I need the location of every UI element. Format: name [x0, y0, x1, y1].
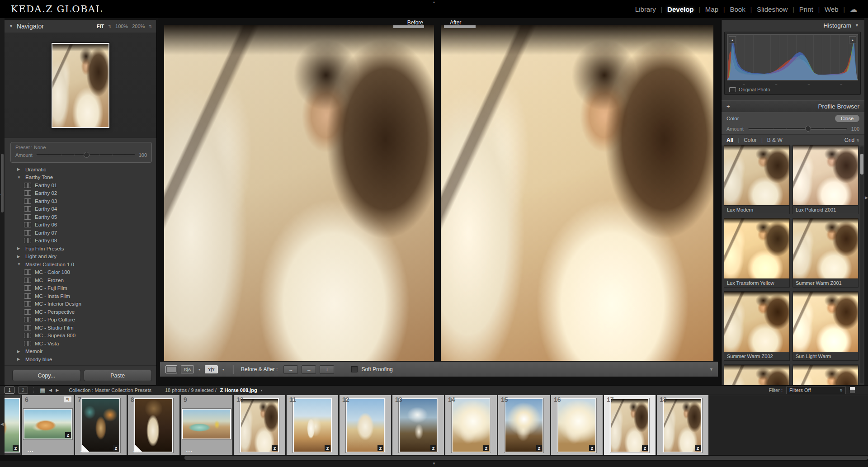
filmstrip-thumb-14[interactable]: 14Z	[445, 395, 497, 455]
module-print[interactable]: Print	[799, 5, 813, 13]
preset-earthy-04[interactable]: Earthy 04	[17, 205, 156, 213]
grid-view-selector[interactable]: Grid ⇅	[844, 137, 859, 143]
right-panel-edge[interactable]: ▶	[864, 18, 868, 385]
profile-browser-header[interactable]: + Profile Browser	[722, 100, 864, 112]
preset-mc-insta-film[interactable]: MC - Insta Film	[17, 292, 156, 300]
updown-icon[interactable]: ⇅	[108, 24, 111, 28]
filmstrip-thumb-edge[interactable]: Z	[5, 395, 21, 455]
module-slideshow[interactable]: Slideshow	[757, 5, 788, 13]
navigator-zoom-fit[interactable]: FIT	[97, 24, 104, 29]
paste-button[interactable]: Paste	[84, 370, 152, 381]
shadow-clipping-indicator[interactable]: ▲	[729, 36, 736, 43]
profile-tile-partial[interactable]	[793, 364, 859, 385]
secondary-window-button[interactable]: 2	[18, 387, 28, 394]
preset-group-earthy-tone[interactable]: ▼Earthy Tone	[17, 174, 156, 182]
toolbar-options-caret[interactable]: ▼	[709, 367, 713, 372]
profile-tile-partial[interactable]	[724, 364, 790, 385]
navigator-preview-image[interactable]	[52, 43, 109, 128]
filmstrip-scroll-left-arrow[interactable]: ◀	[0, 422, 4, 426]
collection-label[interactable]: Collection : Master Collection Presets	[69, 387, 151, 393]
histogram-graph[interactable]: ▲ ▲	[727, 34, 858, 80]
swap-before-after-button[interactable]: ↕	[320, 365, 334, 374]
module-web[interactable]: Web	[825, 5, 839, 13]
preset-mc-perspective[interactable]: MC - Perspective	[17, 308, 156, 316]
metadata-status-icon[interactable]: ≡!	[64, 396, 71, 402]
cloud-sync-icon[interactable]: ☁	[850, 5, 857, 14]
module-develop[interactable]: Develop	[667, 5, 693, 13]
previous-photo-arrow[interactable]: ◀	[49, 388, 52, 392]
chevron-down-icon[interactable]: ▾	[222, 368, 224, 372]
amount-slider[interactable]	[36, 154, 135, 156]
profile-tile-lux-modern[interactable]: Lux Modern	[724, 145, 790, 214]
filmstrip-thumb-11[interactable]: 11Z	[287, 395, 338, 455]
loupe-view-icon[interactable]	[165, 365, 177, 373]
slider-thumb[interactable]	[84, 152, 90, 158]
grid-view-icon[interactable]: ▦	[40, 387, 45, 394]
copy-after-to-before-button[interactable]: ←	[302, 365, 316, 374]
slider-thumb[interactable]	[805, 126, 811, 132]
filmstrip-thumb-6[interactable]: 6≡!Z•••	[22, 395, 74, 455]
preset-mc-pop-culture[interactable]: MC - Pop Culture	[17, 316, 156, 324]
filmstrip-thumb-16[interactable]: 16Z	[551, 395, 603, 455]
preset-group-fuji-film-presets[interactable]: ▶Fuji Film Presets	[17, 245, 156, 253]
before-after-view-icon[interactable]: Y|Y	[205, 365, 218, 373]
collapse-right-arrow[interactable]: ▶	[865, 195, 868, 200]
left-panel-edge[interactable]: ◀	[0, 18, 5, 385]
preset-earthy-01[interactable]: Earthy 01	[17, 181, 156, 189]
left-scrollbar-thumb[interactable]	[1, 154, 4, 212]
chevron-down-icon[interactable]: ▾	[261, 388, 263, 392]
module-book[interactable]: Book	[730, 5, 745, 13]
filmstrip-thumb-9[interactable]: 9•••	[181, 395, 232, 455]
compare-view-icon[interactable]: R|A	[181, 365, 194, 373]
module-map[interactable]: Map	[705, 5, 718, 13]
preset-group-light-and-airy[interactable]: ▶Light and airy	[17, 253, 156, 261]
filmstrip-thumb-12[interactable]: 12Z	[340, 395, 391, 455]
histogram-header[interactable]: Histogram ▼	[722, 20, 864, 31]
copy-button[interactable]: Copy...	[12, 370, 81, 381]
profile-tile-summer-warm-z001[interactable]: Summer Warm Z001	[793, 218, 859, 288]
preset-mc-fuji-film[interactable]: MC - Fuji Film	[17, 284, 156, 292]
profile-amount-slider[interactable]	[748, 128, 847, 130]
filmstrip-thumb-17[interactable]: 17Z	[604, 395, 656, 455]
preset-group-memoir[interactable]: ▶Memoir	[17, 348, 156, 356]
filmstrip-scrollbar-thumb[interactable]	[184, 456, 868, 460]
updown-icon[interactable]: ⇅	[149, 24, 152, 28]
preset-mc-vista[interactable]: MC - Vista	[17, 340, 156, 348]
profile-tile-lux-polaroid-z001[interactable]: Lux Polaroid Z001	[793, 145, 859, 214]
preset-earthy-02[interactable]: Earthy 02	[17, 189, 156, 198]
filter-toggle-switch[interactable]	[849, 387, 855, 394]
after-image[interactable]	[441, 25, 713, 361]
next-photo-arrow[interactable]: ▶	[56, 388, 59, 392]
filmstrip-thumb-13[interactable]: 13Z	[392, 395, 444, 455]
preset-group-dramatic[interactable]: ▶Dramatic	[17, 165, 156, 174]
preset-earthy-03[interactable]: Earthy 03	[17, 197, 156, 205]
filmstrip-scrollbar[interactable]	[0, 455, 868, 461]
preset-earthy-06[interactable]: Earthy 06	[17, 221, 156, 229]
profile-tile-lux-transform-yellow[interactable]: Lux Transform Yellow	[724, 218, 790, 288]
main-window-button[interactable]: 1	[5, 387, 14, 394]
preset-mc-superia-800[interactable]: MC - Superia 800	[17, 332, 156, 340]
navigator-header[interactable]: ▼ Navigator FIT ⇅ 100% 200% ⇅	[5, 20, 156, 33]
filmstrip-thumb-10[interactable]: 10Z	[234, 395, 285, 455]
preset-earthy-05[interactable]: Earthy 05	[17, 213, 156, 221]
filter-dropdown[interactable]: Filters Off ⇅	[786, 387, 846, 394]
highlight-clipping-indicator[interactable]: ▲	[849, 36, 856, 43]
add-profile-icon[interactable]: +	[726, 103, 730, 110]
soft-proofing-checkbox[interactable]	[351, 366, 358, 373]
before-image[interactable]	[164, 25, 434, 361]
filmstrip-thumb-8[interactable]: 8•••	[128, 395, 179, 455]
tab-color[interactable]: Color	[744, 137, 757, 143]
preset-group-moody-blue[interactable]: ▶Moody blue	[17, 355, 156, 363]
copy-before-to-after-button[interactable]: →	[283, 365, 298, 374]
filmstrip-thumb-7[interactable]: 7Z•••	[75, 395, 127, 455]
tab-all[interactable]: All	[726, 137, 733, 143]
preset-mc-interior-design[interactable]: MC - Interior Design	[17, 300, 156, 308]
profile-scrollbar[interactable]	[860, 146, 863, 383]
close-profile-browser-button[interactable]: Close	[835, 115, 859, 122]
preset-earthy-08[interactable]: Earthy 08	[17, 237, 156, 245]
preset-earthy-07[interactable]: Earthy 07	[17, 229, 156, 237]
filmstrip-thumb-15[interactable]: 15Z	[498, 395, 550, 455]
preset-group-master-collection-1-0[interactable]: ▼Master Collection 1.0	[17, 260, 156, 269]
filmstrip-thumb-18[interactable]: 18Z	[657, 395, 708, 455]
navigator-zoom-200[interactable]: 200%	[132, 24, 145, 29]
